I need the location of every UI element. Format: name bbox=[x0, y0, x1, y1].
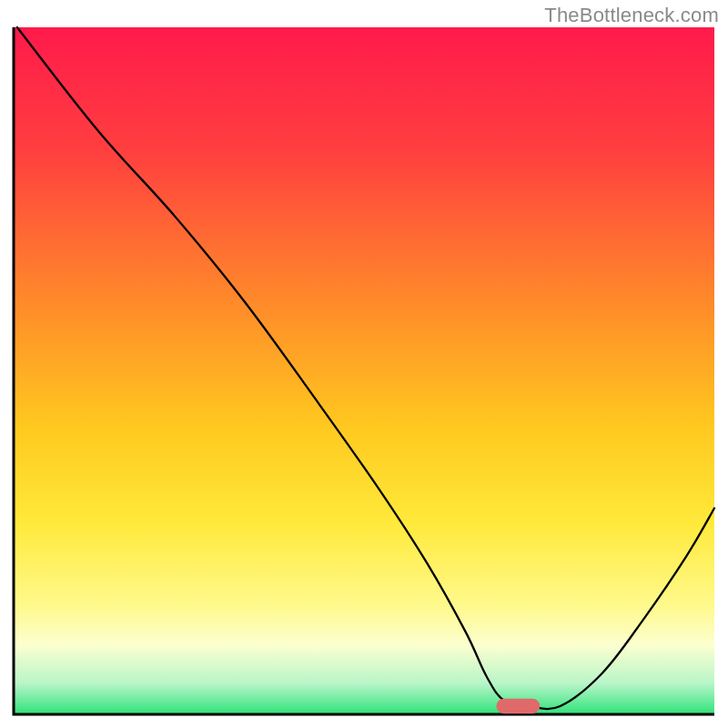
optimum-marker bbox=[497, 699, 541, 714]
bottleneck-chart: TheBottleneck.com bbox=[0, 0, 728, 728]
chart-canvas bbox=[0, 0, 728, 728]
gradient-background bbox=[14, 27, 714, 714]
watermark-text: TheBottleneck.com bbox=[544, 4, 719, 27]
